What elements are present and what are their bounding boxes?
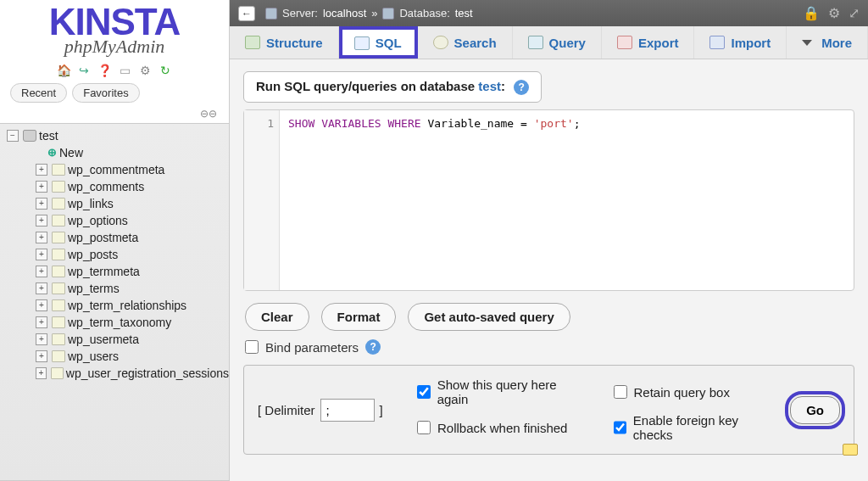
tree-table[interactable]: +wp_links — [7, 195, 229, 212]
tree-table-label: wp_postmeta — [68, 231, 138, 244]
expand-icon[interactable]: + — [36, 350, 47, 362]
expand-icon[interactable]: + — [36, 299, 47, 311]
format-button[interactable]: Format — [321, 303, 397, 331]
delimiter-input[interactable] — [320, 399, 375, 422]
expand-icon[interactable]: + — [36, 198, 47, 210]
nav-back-button[interactable]: ← — [238, 6, 255, 21]
collapse-toggle-icon[interactable]: ⊖⊖ — [0, 108, 229, 123]
tree-database-label: test — [39, 129, 58, 143]
clear-button[interactable]: Clear — [245, 303, 309, 331]
expand-icon[interactable]: + — [36, 164, 47, 176]
tree-table-label: wp_term_taxonomy — [68, 316, 171, 329]
line-number: 1 — [267, 117, 274, 130]
tree-table[interactable]: +wp_options — [7, 212, 229, 229]
show-again-option[interactable]: Show this query here again — [417, 378, 587, 406]
panel-title: Run SQL query/queries on database test: … — [243, 71, 542, 103]
sql-icon[interactable]: ▭ — [117, 63, 132, 78]
server-icon — [265, 8, 277, 20]
main: ← Server: localhost » Database: test 🔒 ⚙… — [230, 0, 868, 481]
go-button[interactable]: Go — [790, 396, 840, 424]
new-icon: ⊕ — [47, 146, 57, 159]
expand-icon[interactable]: + — [36, 215, 47, 227]
show-again-checkbox[interactable] — [417, 385, 431, 399]
expand-icon[interactable]: + — [36, 249, 47, 260]
tree-table[interactable]: +wp_postmeta — [7, 229, 229, 246]
help-icon[interactable]: ? — [365, 339, 381, 355]
sql-editor[interactable]: 1 SHOW VARIABLES WHERE Variable_name = '… — [243, 109, 854, 291]
expand-icon[interactable]: + — [36, 266, 47, 277]
bind-parameters-checkbox[interactable] — [245, 340, 259, 354]
console-icon[interactable] — [843, 444, 858, 456]
tree-table[interactable]: +wp_posts — [7, 246, 229, 263]
lock-icon[interactable]: 🔒 — [803, 5, 820, 21]
chevron-down-icon — [802, 40, 812, 46]
tree-table[interactable]: +wp_users — [7, 348, 229, 365]
tree-table[interactable]: +wp_comments — [7, 178, 229, 195]
expand-icon[interactable]: + — [36, 181, 47, 193]
retain-box-checkbox[interactable] — [614, 385, 627, 399]
gear-icon[interactable]: ⚙ — [828, 5, 840, 21]
table-icon — [52, 333, 65, 345]
tree-table-label: wp_term_relationships — [68, 299, 186, 312]
breadcrumb-server-link[interactable]: localhost — [323, 7, 366, 20]
tab-query[interactable]: Query — [513, 26, 602, 59]
tab-sql[interactable]: SQL — [339, 26, 418, 59]
table-icon — [52, 350, 65, 362]
retain-box-option[interactable]: Retain query box — [614, 378, 776, 406]
tree-table[interactable]: +wp_usermeta — [7, 331, 229, 348]
logout-icon[interactable]: ↪ — [76, 63, 92, 78]
tab-sql-label: SQL — [376, 36, 402, 50]
home-icon[interactable]: 🏠 — [56, 63, 71, 78]
table-icon — [52, 316, 65, 328]
editor-code[interactable]: SHOW VARIABLES WHERE Variable_name = 'po… — [280, 110, 854, 137]
docs-icon[interactable]: ❓ — [97, 63, 112, 78]
tab-more[interactable]: More — [787, 26, 868, 59]
tab-query-label: Query — [549, 36, 586, 50]
table-icon — [51, 367, 64, 379]
tab-structure[interactable]: Structure — [230, 26, 339, 59]
expand-icon[interactable]: + — [36, 367, 47, 379]
tab-export[interactable]: Export — [602, 26, 695, 59]
tree-table[interactable]: +wp_termmeta — [7, 263, 229, 280]
rollback-label: Rollback when finished — [437, 421, 567, 435]
expand-icon[interactable]: + — [36, 333, 47, 345]
tree-table-label: wp_comments — [68, 180, 144, 193]
fullscreen-icon[interactable]: ⤢ — [849, 5, 860, 21]
tab-search[interactable]: Search — [418, 26, 513, 59]
tree-table[interactable]: +wp_user_registration_sessions — [7, 365, 229, 382]
table-icon — [52, 215, 65, 227]
help-icon[interactable]: ? — [514, 80, 529, 95]
expand-icon[interactable]: + — [36, 316, 47, 328]
tree-new-table[interactable]: ⊕ New — [7, 144, 229, 161]
foreign-key-checkbox[interactable] — [614, 421, 626, 434]
panel-title-prefix: Run SQL query/queries on database — [256, 79, 478, 93]
tab-recent[interactable]: Recent — [10, 83, 67, 103]
tab-import[interactable]: Import — [694, 26, 787, 59]
settings-icon[interactable]: ⚙ — [137, 63, 153, 78]
tree-table[interactable]: +wp_commentmeta — [7, 161, 229, 178]
sidebar-tabs: Recent Favorites — [0, 83, 229, 108]
table-icon — [52, 282, 65, 294]
tree-table[interactable]: +wp_term_taxonomy — [7, 314, 229, 331]
foreign-key-option[interactable]: Enable foreign key checks — [614, 413, 776, 442]
expand-icon[interactable]: + — [36, 232, 47, 243]
panel-title-suffix: : — [501, 79, 505, 93]
tree-table[interactable]: +wp_terms — [7, 280, 229, 297]
tree-table[interactable]: +wp_term_relationships — [7, 297, 229, 314]
rollback-checkbox[interactable] — [417, 421, 431, 434]
collapse-icon[interactable]: − — [7, 130, 19, 142]
tree-database[interactable]: − test — [7, 127, 229, 144]
panel-title-db[interactable]: test — [478, 79, 501, 93]
expand-icon[interactable]: + — [36, 282, 47, 294]
tab-favorites[interactable]: Favorites — [72, 83, 139, 103]
table-icon — [52, 266, 65, 277]
get-autosaved-button[interactable]: Get auto-saved query — [408, 303, 570, 331]
breadcrumb-db-link[interactable]: test — [455, 7, 473, 20]
table-icon — [52, 249, 65, 260]
rollback-option[interactable]: Rollback when finished — [417, 413, 587, 442]
query-icon — [528, 36, 543, 49]
identifier: Variable_name = — [421, 117, 534, 130]
delimiter-close: ] — [380, 403, 383, 417]
reload-icon[interactable]: ↻ — [158, 63, 173, 78]
keyword: WHERE — [387, 117, 420, 130]
